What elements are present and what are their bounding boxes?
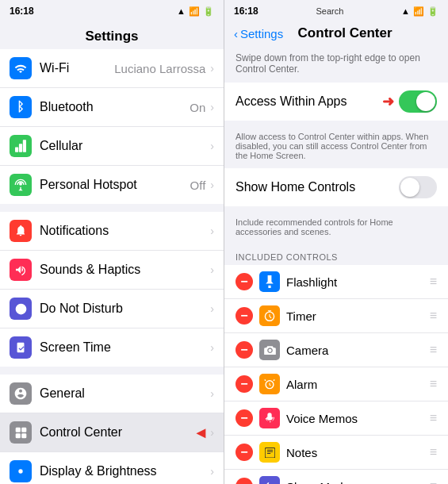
camera-icon [259,340,280,360]
remove-alarm-button[interactable]: − [235,375,253,393]
controlcenter-row-icon [10,421,32,444]
voicememos-label: Voice Memos [286,412,430,425]
drag-handle-flashlight[interactable]: ≡ [430,275,437,289]
dnd-chevron: › [210,302,214,315]
remove-notes-button[interactable]: − [235,444,253,461]
list-item: − Alarm ≡ [224,367,448,401]
page-title: Control Center [283,25,407,41]
remove-voicememos-button[interactable]: − [235,409,253,427]
left-title: Settings [0,22,224,49]
drag-handle-voicememos[interactable]: ≡ [430,411,437,425]
drag-handle-timer[interactable]: ≡ [430,309,437,323]
access-label: Access Within Apps [235,94,382,109]
dnd-icon [10,298,32,320]
svg-point-8 [18,469,22,473]
cellular-chevron: › [210,140,214,152]
timer-icon [259,305,280,326]
access-note: Allow access to Control Center within ap… [224,129,448,168]
section-notifications: Notifications › Sounds & Haptics › Do No… [0,212,224,367]
wifi-chevron: › [210,62,214,75]
right-nav: ‹ Settings Control Center [224,22,448,46]
svg-rect-0 [23,140,26,152]
drag-handle-alarm[interactable]: ≡ [430,377,437,391]
controlcenter-chevron: › [210,426,214,439]
wifi-icon [10,57,32,79]
drag-handle-notes[interactable]: ≡ [430,445,437,459]
wifi-icon-left: 📶 [189,6,200,17]
status-icons-left: ▲ 📶 🔋 [177,6,214,17]
homecontrols-toggle[interactable] [399,176,437,198]
included-controls-list: − Flashlight ≡ − Timer ≡ − [224,265,448,484]
sounds-row[interactable]: Sounds & Haptics › [0,251,224,290]
settings-list: Wi-Fi Luciano Larrossa › ᛒ Bluetooth On … [0,49,224,484]
included-controls-header: INCLUDED CONTROLS [224,244,448,265]
notifications-icon [10,220,32,242]
svg-rect-5 [21,427,26,432]
general-chevron: › [210,387,214,400]
controlcenter-label: Control Center [40,425,193,440]
wifi-row[interactable]: Wi-Fi Luciano Larrossa › [0,49,224,88]
dnd-label: Do Not Disturb [40,302,210,316]
drag-handle-sleepmode[interactable]: ≡ [430,479,437,484]
back-label: Settings [240,27,283,40]
left-panel: 16:18 ▲ 📶 🔋 Settings Wi-Fi Luciano Larro… [0,0,224,484]
dnd-row[interactable]: Do Not Disturb › [0,290,224,328]
notifications-row[interactable]: Notifications › [0,212,224,251]
cellular-label: Cellular [40,139,205,153]
hint-text: Swipe down from the top-right edge to op… [224,46,448,83]
alarm-icon [259,374,280,394]
display-row[interactable]: Display & Brightness › [0,452,224,484]
general-row[interactable]: General › [0,375,224,413]
flashlight-icon [259,271,280,292]
back-button[interactable]: ‹ Settings [234,27,283,40]
hotspot-row[interactable]: Personal Hotspot Off › [0,166,224,204]
bluetooth-label: Bluetooth [40,100,190,114]
svg-rect-2 [15,147,18,152]
remove-sleepmode-button[interactable]: − [235,478,253,484]
svg-rect-6 [15,433,20,438]
notes-icon [259,442,280,463]
list-item: − Notes ≡ [224,436,448,470]
svg-rect-4 [15,427,20,432]
search-label: Search [316,6,343,16]
alarm-label: Alarm [286,378,430,391]
screentime-row[interactable]: Screen Time › [0,328,224,367]
homecontrols-note: Include recommended controls for Home ac… [224,214,448,244]
bluetooth-value: On [190,101,205,114]
remove-flashlight-button[interactable]: − [235,273,253,290]
time-right: 16:18 [234,6,258,17]
voicememos-icon [259,408,280,428]
list-item: − Timer ≡ [224,299,448,333]
signal-icon-right: ▲ [401,6,410,16]
battery-icon-left: 🔋 [203,6,214,17]
right-red-arrow: ➜ [382,93,394,110]
right-panel: 16:18 Search ▲ 📶 🔋 ‹ Settings Control Ce… [224,0,448,484]
hotspot-chevron: › [210,179,214,191]
remove-timer-button[interactable]: − [235,307,253,325]
status-icons-right: ▲ 📶 🔋 [401,6,438,17]
signal-icon: ▲ [177,6,186,16]
access-within-apps-row[interactable]: Access Within Apps ➜ [224,83,448,121]
bluetooth-row[interactable]: ᛒ Bluetooth On › [0,88,224,127]
screentime-icon [10,336,32,359]
wifi-icon-right: 📶 [413,6,424,17]
battery-icon-right: 🔋 [427,6,438,17]
list-item: − Flashlight ≡ [224,265,448,299]
sounds-label: Sounds & Haptics [40,263,210,277]
access-toggle[interactable] [399,90,437,113]
svg-rect-7 [21,433,26,438]
general-label: General [40,386,210,401]
display-icon [10,460,32,482]
cellular-row[interactable]: Cellular › [0,127,224,166]
cellular-icon [10,135,32,157]
controlcenter-row[interactable]: Control Center ◄ › [0,413,224,452]
display-chevron: › [210,465,214,478]
drag-handle-camera[interactable]: ≡ [430,343,437,357]
hotspot-icon [10,174,32,196]
list-item: − Camera ≡ [224,333,448,367]
homecontrols-row[interactable]: Show Home Controls [224,168,448,206]
status-bar-right: 16:18 Search ▲ 📶 🔋 [224,0,448,22]
remove-camera-button[interactable]: − [235,341,253,359]
homecontrols-section: Show Home Controls [224,168,448,206]
display-label: Display & Brightness [40,464,210,478]
